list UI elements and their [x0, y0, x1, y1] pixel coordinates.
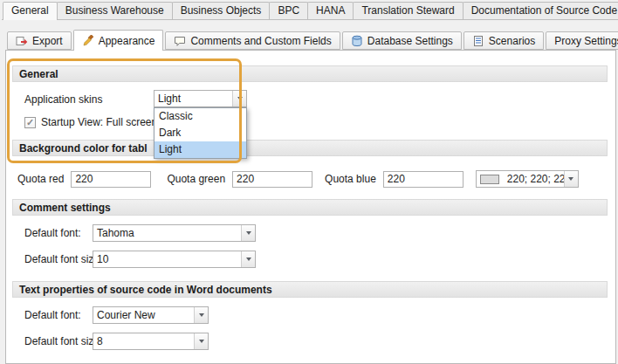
- appearance-icon: [82, 35, 94, 47]
- appearance-tab-panel: General Application skins Light Classic …: [5, 50, 616, 364]
- chevron-down-icon[interactable]: [194, 307, 208, 323]
- tab-business-warehouse[interactable]: Business Warehouse: [57, 2, 173, 19]
- word-default-font-label: Default font:: [24, 309, 81, 321]
- application-skins-value: Light: [154, 93, 232, 105]
- tab-proxy-settings[interactable]: Proxy Settings: [546, 31, 618, 50]
- word-font-size-value: 8: [93, 335, 194, 347]
- database-icon: [351, 35, 363, 47]
- background-color-combobox[interactable]: 220; 220; 220: [476, 170, 579, 188]
- color-swatch: [480, 175, 499, 184]
- background-color-value: 220; 220; 220: [504, 173, 564, 185]
- tab-comments-and-custom-fields[interactable]: Comments and Custom Fields: [165, 31, 340, 50]
- tab-database-settings[interactable]: Database Settings: [342, 31, 462, 50]
- skins-option-dark[interactable]: Dark: [154, 125, 246, 141]
- quota-green-label: Quota green: [167, 173, 225, 185]
- quota-blue-label: Quota blue: [325, 173, 376, 185]
- tab-appearance-label: Appearance: [99, 35, 155, 47]
- tab-hana[interactable]: HANA: [307, 2, 354, 19]
- scenarios-icon: [472, 35, 484, 47]
- settings-window: General Business Warehouse Business Obje…: [0, 0, 618, 364]
- word-default-font-value: Courier New: [93, 309, 194, 321]
- comment-default-font-combobox[interactable]: Tahoma: [93, 224, 256, 242]
- skins-option-light[interactable]: Light: [154, 141, 246, 158]
- word-font-size-combobox[interactable]: 8: [93, 333, 209, 350]
- skins-dropdown-list: Classic Dark Light: [154, 107, 247, 159]
- group-header-comment-settings: Comment settings: [12, 199, 608, 216]
- tab-translation-steward[interactable]: Translation Steward: [353, 2, 463, 19]
- startup-fullscreen-checkbox[interactable]: ✓ Startup View: Full screen: [24, 116, 157, 128]
- secondary-tab-bar: Export Appearance Comments and Custom Fi…: [7, 30, 618, 51]
- tab-proxy-settings-label: Proxy Settings: [554, 35, 618, 47]
- comment-font-size-value: 10: [93, 253, 241, 265]
- quota-green-input[interactable]: [232, 171, 312, 188]
- application-skins-combobox[interactable]: Light: [154, 90, 247, 107]
- word-default-font-combobox[interactable]: Courier New: [93, 306, 209, 324]
- tab-export[interactable]: Export: [7, 31, 72, 50]
- word-font-size-label: Default font size:: [24, 335, 102, 347]
- primary-tab-bar: General Business Warehouse Business Obje…: [2, 2, 618, 20]
- chevron-down-icon[interactable]: [564, 171, 578, 187]
- tab-export-label: Export: [32, 35, 63, 47]
- comment-font-size-combobox[interactable]: 10: [93, 251, 256, 268]
- export-icon: [16, 35, 28, 47]
- comment-default-font-label: Default font:: [24, 227, 81, 239]
- chevron-down-icon[interactable]: [232, 91, 246, 106]
- comment-default-font-value: Tahoma: [93, 227, 241, 239]
- skins-option-classic[interactable]: Classic: [154, 108, 246, 125]
- startup-fullscreen-label: Startup View: Full screen: [41, 116, 157, 128]
- tab-documentation-of-source-code[interactable]: Documentation of Source Code: [463, 2, 618, 19]
- checkbox-checked-icon[interactable]: ✓: [24, 117, 36, 128]
- quota-blue-input[interactable]: [383, 171, 464, 188]
- group-header-general: General: [12, 65, 608, 82]
- group-header-word-text-properties: Text properties of source code in Word d…: [12, 281, 608, 298]
- comment-font-size-label: Default font size:: [24, 253, 102, 265]
- comments-icon: [174, 35, 186, 47]
- tab-bpc[interactable]: BPC: [269, 2, 308, 19]
- tab-appearance[interactable]: Appearance: [73, 30, 164, 51]
- tab-general[interactable]: General: [3, 2, 58, 20]
- tab-comments-label: Comments and Custom Fields: [190, 35, 331, 47]
- tab-business-objects[interactable]: Business Objects: [172, 2, 271, 19]
- chevron-down-icon[interactable]: [241, 251, 255, 267]
- group-header-background-color: Background color for tabl: [12, 140, 608, 156]
- quota-row: Quota red Quota green Quota blue 220; 22…: [17, 170, 604, 188]
- chevron-down-icon[interactable]: [241, 225, 255, 241]
- tab-scenarios-label: Scenarios: [489, 35, 535, 47]
- check-mark: ✓: [26, 118, 34, 127]
- quota-red-input[interactable]: [71, 171, 151, 188]
- application-skins-label: Application skins: [24, 93, 102, 106]
- quota-red-label: Quota red: [17, 173, 64, 185]
- chevron-down-icon[interactable]: [194, 333, 208, 349]
- tab-database-settings-label: Database Settings: [367, 35, 453, 47]
- tab-scenarios[interactable]: Scenarios: [464, 31, 544, 50]
